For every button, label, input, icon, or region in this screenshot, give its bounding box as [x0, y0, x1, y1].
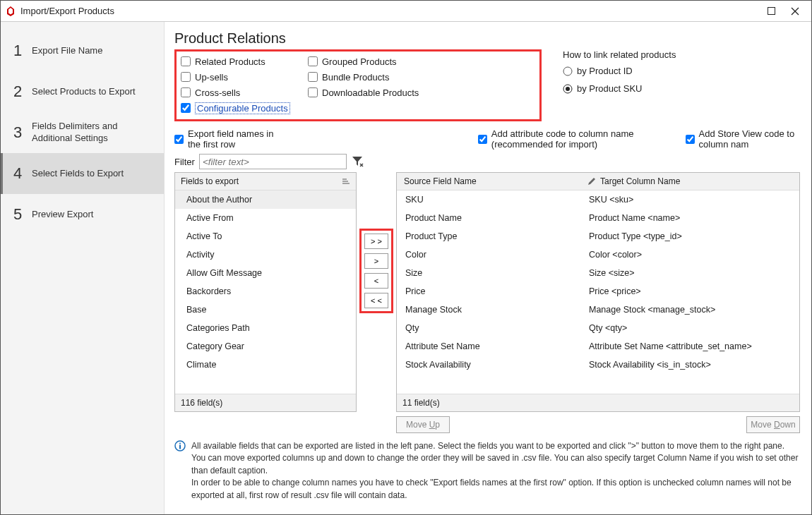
svg-point-3 [563, 67, 572, 75]
chk-add-store-view-code[interactable]: Add Store View code to column nam [686, 128, 800, 150]
filter-input[interactable] [199, 154, 347, 169]
link-options: How to link related products by Product … [563, 49, 800, 101]
move-left-button[interactable]: < [364, 273, 388, 289]
filter-clear-icon[interactable] [351, 155, 364, 168]
step-select-products[interactable]: 2Select Products to Export [1, 71, 164, 112]
close-button[interactable] [783, 3, 807, 20]
selected-row[interactable]: PricePrice <price> [397, 282, 799, 301]
selected-row[interactable]: Attribute Set NameAttribute Set Name <at… [397, 337, 799, 356]
chk-cross-sells[interactable]: Cross-sells [181, 85, 308, 99]
selected-row[interactable]: SizeSize <size> [397, 264, 799, 282]
titlebar: Import/Export Products [1, 1, 811, 22]
svg-point-5 [566, 87, 570, 91]
selected-row[interactable]: Product TypeProduct Type <type_id> [397, 227, 799, 246]
section-title: Product Relations [174, 30, 800, 47]
field-item[interactable]: Allow Gift Message [175, 264, 356, 282]
available-fields-list[interactable]: Fields to export About the AuthorActive … [174, 172, 357, 412]
selected-row[interactable]: Stock AvailabilityStock Availability <is… [397, 356, 799, 374]
step-delimiters[interactable]: 3Fields Delimiters and Additional Settin… [1, 112, 164, 153]
move-up-button[interactable]: Move Up [396, 416, 450, 433]
chk-related-products[interactable]: Related Products [181, 54, 308, 68]
info-text: All available fields that can be exporte… [174, 440, 800, 502]
product-relations-box: Related Products Grouped Products Up-sel… [174, 49, 542, 121]
svg-point-12 [179, 443, 181, 444]
window-title: Import/Export Products [20, 6, 759, 16]
chk-export-field-names[interactable]: Export field names in the first row [174, 128, 280, 150]
field-item[interactable]: Active From [175, 209, 356, 227]
radio-by-product-id[interactable]: by Product ID [563, 66, 800, 76]
field-item[interactable]: Climate [175, 356, 356, 374]
sort-icon[interactable] [342, 178, 350, 185]
available-fields-header: Fields to export [181, 176, 239, 186]
selected-row[interactable]: Product NameProduct Name <name> [397, 209, 799, 227]
info-icon [174, 440, 186, 452]
link-title: How to link related products [563, 49, 800, 60]
selected-row[interactable]: QtyQty <qty> [397, 319, 799, 337]
selected-fields-list[interactable]: Source Field Name Target Column Name SKU… [396, 172, 800, 412]
move-right-button[interactable]: > [364, 253, 388, 269]
chk-downloadable-products[interactable]: Downloadable Products [308, 85, 449, 99]
available-fields-footer: 116 field(s) [175, 394, 356, 411]
radio-by-product-sku[interactable]: by Product SKU [563, 83, 800, 94]
col-source-field-name[interactable]: Source Field Name [397, 173, 580, 190]
move-all-right-button[interactable]: > > [364, 234, 388, 249]
maximize-button[interactable] [759, 3, 783, 20]
field-item[interactable]: Base [175, 301, 356, 319]
filter-label: Filter [174, 157, 195, 167]
col-target-column-name[interactable]: Target Column Name [580, 173, 799, 190]
svg-rect-0 [768, 8, 775, 15]
selected-row[interactable]: SKUSKU <sku> [397, 190, 799, 209]
chk-bundle-products[interactable]: Bundle Products [308, 70, 449, 84]
step-export-file-name[interactable]: 1Export File Name [1, 30, 164, 71]
app-logo-icon [5, 6, 16, 17]
selected-row[interactable]: ColorColor <color> [397, 246, 799, 264]
chk-add-attribute-code[interactable]: Add attribute code to column name (recom… [478, 128, 666, 150]
chk-grouped-products[interactable]: Grouped Products [308, 54, 449, 68]
chk-up-sells[interactable]: Up-sells [181, 70, 308, 84]
step-select-fields[interactable]: 4Select Fields to Export [1, 153, 164, 194]
field-item[interactable]: Backorders [175, 282, 356, 301]
selected-row[interactable]: Manage StockManage Stock <manage_stock> [397, 301, 799, 319]
field-item[interactable]: About the Author [175, 190, 356, 209]
move-all-left-button[interactable]: < < [364, 293, 388, 308]
step-preview-export[interactable]: 5Preview Export [1, 194, 164, 235]
pencil-icon [587, 177, 596, 186]
field-item[interactable]: Categories Path [175, 319, 356, 337]
move-down-button[interactable]: Move Down [746, 416, 800, 433]
wizard-sidebar: 1Export File Name 2Select Products to Ex… [1, 22, 165, 514]
svg-rect-13 [179, 445, 181, 449]
field-item[interactable]: Category Gear [175, 337, 356, 356]
chk-configurable-products[interactable]: Configurable Products [181, 101, 308, 115]
selected-fields-footer: 11 field(s) [397, 394, 799, 411]
field-item[interactable]: Active To [175, 227, 356, 246]
transfer-buttons: > > > < < < [359, 229, 393, 313]
field-item[interactable]: Activity [175, 246, 356, 264]
